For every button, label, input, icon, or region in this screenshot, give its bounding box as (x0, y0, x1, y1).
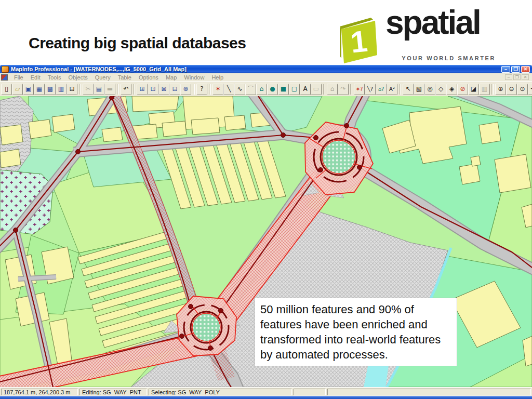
open-table-button[interactable]: ▱ (12, 84, 23, 95)
status-coordinates: 187,764.1 m, 264,200.3 m (1, 389, 78, 395)
menu-items: FileEditToolsObjectsQueryTableOptionsMap… (10, 74, 227, 81)
window-title: MapInfo Professional - [WATERNODES,...,I… (11, 66, 187, 72)
window-titlebar[interactable]: MapInfo Professional - [WATERNODES,...,I… (0, 65, 532, 73)
new-map-window-button[interactable]: ⊡ (148, 84, 158, 95)
new-report-window-button[interactable]: ▥ (56, 84, 66, 95)
callout-text: 50 million features and 90% of features … (260, 303, 441, 361)
roundabout-island (322, 140, 355, 174)
status-editing[interactable]: Editing: SG_WAY_PNT (79, 389, 147, 395)
rectangle-tool-button[interactable]: ■ (278, 84, 289, 95)
menu-edit[interactable]: Edit (27, 74, 44, 81)
print-window-button[interactable]: ⊟ (66, 84, 77, 95)
radius-select-button[interactable]: ◎ (424, 84, 435, 95)
ellipse-tool-button[interactable]: ● (267, 84, 278, 95)
toolbar-separator (350, 84, 352, 95)
restore-button[interactable]: ❒ (511, 66, 520, 73)
child-close-button[interactable]: ✕ (522, 74, 529, 80)
logo-cube-icon: 1 (340, 18, 383, 64)
marquee-select-button[interactable]: ▧ (414, 84, 424, 95)
text-tool-button[interactable]: A (300, 84, 311, 95)
toolbar-separator (323, 84, 325, 95)
new-table-button[interactable]: ▯ (1, 84, 12, 95)
boundary-select-button[interactable]: ◈ (446, 84, 457, 95)
copy-button[interactable]: ▤ (94, 84, 104, 95)
menu-query[interactable]: Query (91, 74, 114, 81)
toolbar: ▯▱▣▦▩▥⊟✂▤▬↶⊞⊡⊠⊟⊛?✶╲∿⌒⌂●■▢A▭⌂↷✶?╲?⌂?A²↖▧◎… (0, 81, 532, 97)
region-style-button[interactable]: ⌂? (376, 84, 387, 95)
reshape-button: ⌂ (327, 84, 338, 95)
child-minimize-button[interactable]: – (505, 74, 512, 80)
menu-help[interactable]: Help (208, 74, 227, 81)
save-table-button[interactable]: ▦ (34, 84, 45, 95)
menu-tools[interactable]: Tools (44, 74, 65, 81)
new-redistrict-window-button[interactable]: ⊛ (180, 84, 191, 95)
marsh-area (0, 170, 53, 234)
toolbar-separator (399, 84, 401, 95)
save-workspace-button[interactable]: ▩ (45, 84, 56, 95)
symbol-tool-button[interactable]: ✶ (212, 84, 223, 95)
menu-file[interactable]: File (10, 74, 27, 81)
logo-tagline: YOUR WORLD SMARTER (402, 55, 496, 61)
document-icon (1, 74, 8, 81)
roundabout-island (192, 313, 220, 341)
symbol-style-button[interactable]: ✶? (354, 84, 365, 95)
cut-button: ✂ (83, 84, 94, 95)
new-browser-window-button[interactable]: ⊞ (137, 84, 148, 95)
menu-objects[interactable]: Objects (64, 74, 91, 81)
grabber-button[interactable]: ✛ (528, 84, 532, 95)
new-layout-window-button[interactable]: ⊟ (169, 84, 180, 95)
slide-title: Creating big spatial databases (29, 34, 246, 52)
arc-tool-button[interactable]: ⌒ (245, 84, 256, 95)
menu-table[interactable]: Table (114, 74, 135, 81)
line-style-button[interactable]: ╲? (365, 84, 376, 95)
toolbar-separator (209, 84, 211, 95)
change-view-button[interactable]: ⊙ (517, 84, 528, 95)
unselect-all-button[interactable]: ⊘ (457, 84, 468, 95)
mapinfo-app-icon (2, 66, 9, 73)
zoom-out-button[interactable]: ⊖ (506, 84, 517, 95)
toolbar-separator (79, 84, 81, 95)
minimize-button[interactable]: – (501, 66, 510, 73)
status-empty-pane (327, 389, 531, 395)
svg-text:1: 1 (349, 24, 369, 59)
polyline-tool-button[interactable]: ∿ (234, 84, 245, 95)
help-pointer-button[interactable]: ? (196, 84, 207, 95)
menu-map[interactable]: Map (162, 74, 180, 81)
slide: Creating big spatial databases 1 spatial… (0, 0, 532, 399)
roundabout-lower[interactable] (177, 296, 236, 356)
graph-select-button: ▥ (479, 84, 490, 95)
line-tool-button[interactable]: ╲ (223, 84, 234, 95)
status-empty-pane (294, 389, 326, 395)
new-graph-window-button[interactable]: ⊠ (158, 84, 169, 95)
logo-wordmark: spatial (385, 3, 480, 42)
paste-button: ▬ (104, 84, 115, 95)
toolbar-separator (491, 84, 494, 95)
close-button[interactable]: ✕ (521, 66, 530, 73)
text-style-button[interactable]: A² (387, 84, 397, 95)
add-node-button: ↷ (338, 84, 349, 95)
toolbar-separator (133, 84, 135, 95)
taskbar-edge (0, 396, 532, 399)
menu-bar: FileEditToolsObjectsQueryTableOptionsMap… (0, 73, 532, 81)
frame-tool-button: ▭ (311, 84, 322, 95)
rounded-rectangle-tool-button[interactable]: ▢ (289, 84, 300, 95)
select-tool-button[interactable]: ↖ (403, 84, 414, 95)
menu-window[interactable]: Window (180, 74, 208, 81)
child-restore-button[interactable]: ❒ (513, 74, 521, 80)
zoom-in-button[interactable]: ⊕ (495, 84, 506, 95)
toolbar-separator (193, 84, 195, 95)
toolbar-separator (117, 84, 119, 95)
1spatial-logo: 1 spatial YOUR WORLD SMARTER (338, 9, 530, 64)
status-bar: 187,764.1 m, 264,200.3 m Editing: SG_WAY… (0, 387, 532, 396)
open-workspace-button[interactable]: ▣ (23, 84, 34, 95)
polygon-select-button[interactable]: ◇ (435, 84, 446, 95)
menu-options[interactable]: Options (135, 74, 162, 81)
invert-selection-button[interactable]: ◪ (468, 84, 479, 95)
callout-box: 50 million features and 90% of features … (255, 298, 457, 366)
undo-button[interactable]: ↶ (121, 84, 131, 95)
status-selecting[interactable]: Selecting: SG_WAY_POLY (149, 389, 292, 395)
polygon-tool-button[interactable]: ⌂ (256, 84, 267, 95)
